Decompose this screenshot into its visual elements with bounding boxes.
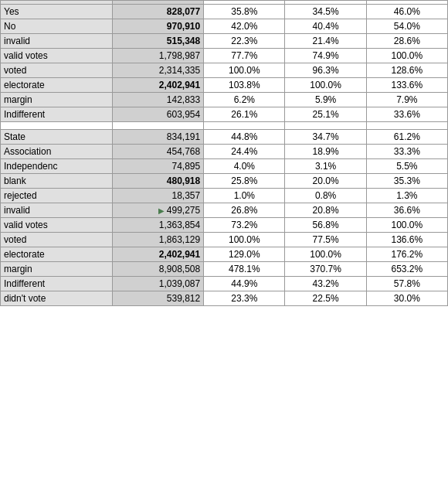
row-pct2: 34.5% xyxy=(285,5,366,19)
row-pct1: 26.1% xyxy=(204,107,285,122)
table-row: invalid515,34822.3%21.4%28.6% xyxy=(1,34,448,49)
row-pct3: 7.9% xyxy=(366,93,447,107)
row-pct2: 77.5% xyxy=(285,233,366,247)
row-value: 1,798,987 xyxy=(112,49,203,63)
row-label: Association xyxy=(1,145,113,159)
row-pct3: 653.2% xyxy=(366,262,447,277)
row-pct3: 100.0% xyxy=(366,218,447,233)
row-pct1: 23.3% xyxy=(204,291,285,306)
table-row: No970,91042.0%40.4%54.0% xyxy=(1,19,448,34)
row-pct2: 5.9% xyxy=(285,93,366,107)
row-pct3: 61.2% xyxy=(366,130,447,145)
row-pct3: 133.6% xyxy=(366,78,447,93)
row-pct1: 6.2% xyxy=(204,93,285,107)
table-row: Indifferent1,039,08744.9%43.2%57.8% xyxy=(1,277,448,291)
row-pct1: 478.1% xyxy=(204,262,285,277)
row-label: blank xyxy=(1,174,113,189)
row-label: voted xyxy=(1,233,113,247)
row-pct1: 35.8% xyxy=(204,5,285,19)
row-pct3: 28.6% xyxy=(366,34,447,49)
row-pct2: 22.5% xyxy=(285,291,366,306)
table-row: Association454,76824.4%18.9%33.3% xyxy=(1,145,448,159)
row-label: valid votes xyxy=(1,49,113,63)
row-value: 834,191 xyxy=(112,130,203,145)
row-pct3: 33.6% xyxy=(366,107,447,122)
row-pct1: 25.8% xyxy=(204,174,285,189)
row-pct1: 22.3% xyxy=(204,34,285,49)
table-row: State834,19144.8%34.7%61.2% xyxy=(1,130,448,145)
row-pct3: 5.5% xyxy=(366,159,447,174)
row-pct1: 100.0% xyxy=(204,63,285,78)
row-value: 603,954 xyxy=(112,107,203,122)
row-pct3: 33.3% xyxy=(366,145,447,159)
row-pct2: 96.3% xyxy=(285,63,366,78)
row-pct1: 44.8% xyxy=(204,130,285,145)
row-pct2: 40.4% xyxy=(285,19,366,34)
row-pct1: 44.9% xyxy=(204,277,285,291)
row-label: Yes xyxy=(1,5,113,19)
row-label: margin xyxy=(1,262,113,277)
row-pct1: 73.2% xyxy=(204,218,285,233)
row-label: electorate xyxy=(1,247,113,262)
row-pct2: 18.9% xyxy=(285,145,366,159)
table-row: Indifferent603,95426.1%25.1%33.6% xyxy=(1,107,448,122)
row-pct2: 56.8% xyxy=(285,218,366,233)
table-row: Yes828,07735.8%34.5%46.0% xyxy=(1,5,448,19)
row-pct1: 26.8% xyxy=(204,203,285,218)
table-row: blank480,91825.8%20.0%35.3% xyxy=(1,174,448,189)
row-label: rejected xyxy=(1,189,113,203)
row-value: 74,895 xyxy=(112,159,203,174)
table-row: margin8,908,508478.1%370.7%653.2% xyxy=(1,262,448,277)
row-pct2: 0.8% xyxy=(285,189,366,203)
row-value: ▶ 499,275 xyxy=(112,203,203,218)
row-label: State xyxy=(1,130,113,145)
table-row: valid votes1,363,85473.2%56.8%100.0% xyxy=(1,218,448,233)
table-row: electorate2,402,941129.0%100.0%176.2% xyxy=(1,247,448,262)
row-label: margin xyxy=(1,93,113,107)
table-row: didn't vote539,81223.3%22.5%30.0% xyxy=(1,291,448,306)
row-pct3: 30.0% xyxy=(366,291,447,306)
row-label: voted xyxy=(1,63,113,78)
row-pct1: 24.4% xyxy=(204,145,285,159)
row-pct3: 128.6% xyxy=(366,63,447,78)
table-row: voted2,314,335100.0%96.3%128.6% xyxy=(1,63,448,78)
table-row: electorate2,402,941103.8%100.0%133.6% xyxy=(1,78,448,93)
row-value: 2,402,941 xyxy=(112,247,203,262)
row-pct3: 136.6% xyxy=(366,233,447,247)
table-row: invalid▶ 499,27526.8%20.8%36.6% xyxy=(1,203,448,218)
row-pct3: 176.2% xyxy=(366,247,447,262)
row-label: invalid xyxy=(1,34,113,49)
row-pct3: 1.3% xyxy=(366,189,447,203)
table-row: Independenc74,8954.0%3.1%5.5% xyxy=(1,159,448,174)
row-pct1: 1.0% xyxy=(204,189,285,203)
row-value: 515,348 xyxy=(112,34,203,49)
row-pct2: 370.7% xyxy=(285,262,366,277)
table-row: valid votes1,798,98777.7%74.9%100.0% xyxy=(1,49,448,63)
spacer-row xyxy=(1,122,448,130)
row-value: 828,077 xyxy=(112,5,203,19)
row-label: didn't vote xyxy=(1,291,113,306)
table-row: rejected18,3571.0%0.8%1.3% xyxy=(1,189,448,203)
row-pct2: 25.1% xyxy=(285,107,366,122)
row-value: 454,768 xyxy=(112,145,203,159)
row-label: No xyxy=(1,19,113,34)
row-value: 142,833 xyxy=(112,93,203,107)
row-pct1: 100.0% xyxy=(204,233,285,247)
row-pct3: 57.8% xyxy=(366,277,447,291)
row-label: invalid xyxy=(1,203,113,218)
row-pct2: 74.9% xyxy=(285,49,366,63)
row-pct1: 4.0% xyxy=(204,159,285,174)
row-label: Independenc xyxy=(1,159,113,174)
row-value: 1,863,129 xyxy=(112,233,203,247)
row-value: 970,910 xyxy=(112,19,203,34)
row-pct3: 46.0% xyxy=(366,5,447,19)
row-pct1: 42.0% xyxy=(204,19,285,34)
row-value: 18,357 xyxy=(112,189,203,203)
row-pct1: 103.8% xyxy=(204,78,285,93)
row-value: 1,039,087 xyxy=(112,277,203,291)
row-pct3: 100.0% xyxy=(366,49,447,63)
row-pct3: 54.0% xyxy=(366,19,447,34)
row-pct2: 43.2% xyxy=(285,277,366,291)
row-pct2: 20.8% xyxy=(285,203,366,218)
row-value: 1,363,854 xyxy=(112,218,203,233)
